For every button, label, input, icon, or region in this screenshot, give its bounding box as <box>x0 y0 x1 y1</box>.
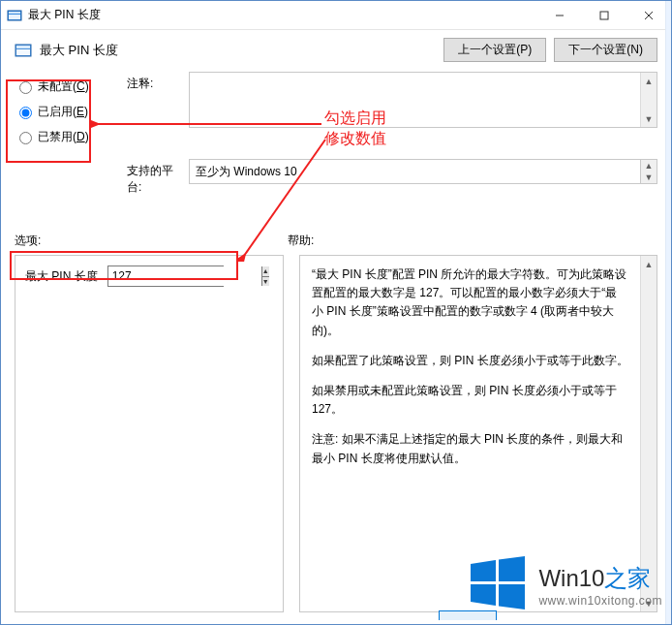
scroll-down-icon[interactable]: ▼ <box>641 172 657 183</box>
platform-label: 支持的平台: <box>127 159 185 196</box>
scroll-up-icon[interactable]: ▲ <box>641 160 657 172</box>
policy-icon <box>7 8 22 23</box>
supported-platform-value: 至少为 Windows 10 <box>196 164 297 180</box>
options-panel: 最大 PIN 长度 ▲ ▼ <box>15 255 284 612</box>
scroll-up-icon[interactable]: ▲ <box>641 256 657 272</box>
next-setting-button[interactable]: 下一个设置(N) <box>554 38 657 62</box>
state-radio-group: 未配置(C) 已启用(E) 已禁用(D) <box>15 72 123 149</box>
radio-enabled[interactable]: 已启用(E) <box>15 99 123 124</box>
svg-rect-2 <box>9 15 20 19</box>
help-scrollbar[interactable]: ▲ ▼ <box>640 256 657 611</box>
radio-not-configured[interactable]: 未配置(C) <box>15 74 123 99</box>
header-title: 最大 PIN 长度 <box>40 42 443 59</box>
comment-label: 注释: <box>127 72 185 149</box>
help-section-label: 帮助: <box>288 233 314 249</box>
comment-textbox[interactable]: ▲ ▼ <box>189 72 657 128</box>
scroll-down-icon[interactable]: ▼ <box>641 110 657 127</box>
platform-scrollbar[interactable]: ▲ ▼ <box>641 159 657 184</box>
svg-rect-8 <box>16 46 30 48</box>
max-pin-length-label: 最大 PIN 长度 <box>25 268 98 285</box>
header-row: 最大 PIN 长度 上一个设置(P) 下一个设置(N) <box>1 30 671 68</box>
comment-value <box>190 73 640 127</box>
policy-header-icon <box>15 42 32 59</box>
radio-disabled[interactable]: 已禁用(D) <box>15 124 123 149</box>
scroll-down-icon[interactable]: ▼ <box>641 595 657 611</box>
max-pin-length-input[interactable] <box>108 266 261 286</box>
max-pin-length-spinner[interactable]: ▲ ▼ <box>107 266 224 287</box>
radio-disabled-input[interactable] <box>19 132 32 144</box>
scroll-up-icon[interactable]: ▲ <box>641 73 657 89</box>
dialog-body: 未配置(C) 已启用(E) 已禁用(D) 注释: ▲ ▼ <box>1 68 671 624</box>
previous-setting-button[interactable]: 上一个设置(P) <box>443 38 546 62</box>
comment-scrollbar[interactable]: ▲ ▼ <box>640 73 657 127</box>
svg-rect-4 <box>600 12 608 19</box>
svg-rect-9 <box>16 49 30 55</box>
help-panel: “最大 PIN 长度”配置 PIN 所允许的最大字符数。可为此策略设置配置的最大… <box>299 255 657 612</box>
policy-dialog-window: 最大 PIN 长度 最大 PIN 长度 上一个设置(P) 下一个设置(N) <box>0 0 672 625</box>
svg-rect-1 <box>9 12 20 14</box>
spinner-down-button[interactable]: ▼ <box>262 277 269 287</box>
partial-ok-button[interactable] <box>439 610 497 620</box>
window-title: 最大 PIN 长度 <box>28 7 537 23</box>
minimize-button[interactable] <box>537 1 582 30</box>
radio-not-configured-input[interactable] <box>19 81 32 94</box>
radio-enabled-input[interactable] <box>19 107 32 119</box>
spinner-up-button[interactable]: ▲ <box>262 266 269 277</box>
supported-platform-box: 至少为 Windows 10 <box>189 159 641 184</box>
maximize-button[interactable] <box>582 1 626 30</box>
help-text: “最大 PIN 长度”配置 PIN 所允许的最大字符数。可为此策略设置配置的最大… <box>300 256 640 611</box>
window-right-edge <box>665 1 671 624</box>
titlebar: 最大 PIN 长度 <box>1 1 671 30</box>
options-section-label: 选项: <box>15 233 288 249</box>
